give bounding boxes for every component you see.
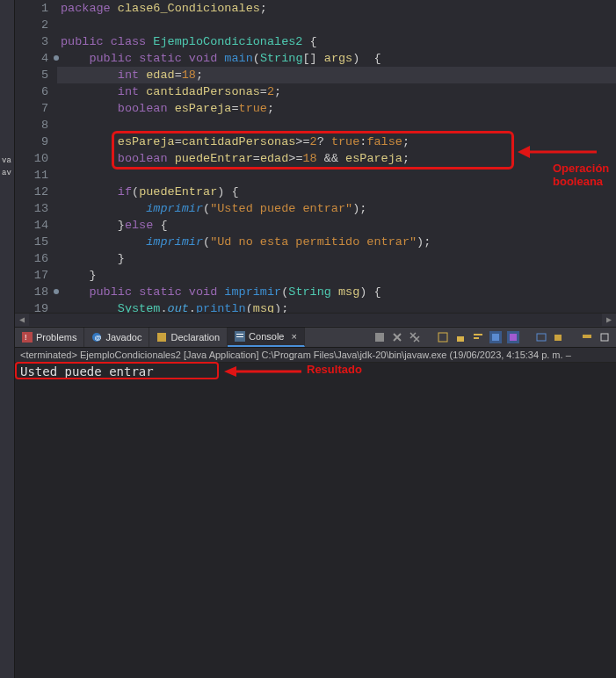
scroll-left-icon[interactable]: ◀ (15, 314, 29, 326)
code-content[interactable]: int cantidadPersonas=2; (57, 83, 281, 100)
code-content[interactable]: imprimir("Ud no esta permitido entrar"); (57, 234, 431, 250)
javadoc-icon: @ (91, 332, 102, 343)
scroll-track[interactable] (29, 314, 602, 326)
arrow-boolean-op (518, 144, 598, 163)
horizontal-scrollbar[interactable]: ◀ ▶ (15, 313, 616, 327)
code-content[interactable]: }else { (57, 217, 168, 234)
console-icon (235, 331, 245, 342)
code-line[interactable]: 17 } (15, 267, 616, 284)
code-line[interactable]: 15 imprimir("Ud no esta permitido entrar… (15, 234, 616, 250)
code-editor[interactable]: 1package clase6_Condicionales;23public c… (15, 0, 616, 313)
code-content[interactable]: imprimir("Usted puede entrar"); (57, 200, 366, 217)
code-line[interactable]: 14 }else { (15, 217, 616, 234)
code-line[interactable]: 13 imprimir("Usted puede entrar"); (15, 200, 616, 217)
code-line[interactable]: 5 int edad=18; (15, 67, 616, 83)
left-sliver: va av (0, 0, 15, 678)
console-status-line: <terminated> EjemploCondicionales2 [Java… (15, 348, 616, 363)
code-line[interactable]: 4 public static void main(String[] args)… (15, 50, 616, 67)
tab-javadoc[interactable]: @ Javadoc (84, 328, 149, 347)
code-line[interactable]: 6 int cantidadPersonas=2; (15, 83, 616, 100)
clear-console-icon[interactable] (437, 331, 449, 343)
code-content[interactable]: boolean puedeEntrar=edad>=18 && esPareja… (57, 150, 409, 167)
code-content[interactable]: } (57, 250, 125, 267)
scroll-lock-icon[interactable] (454, 331, 467, 343)
scroll-right-icon[interactable]: ▶ (602, 314, 616, 326)
svg-rect-12 (457, 336, 464, 342)
code-content[interactable]: public static void imprimir(String msg) … (57, 284, 381, 300)
svg-rect-20 (601, 334, 608, 341)
code-content[interactable] (57, 167, 61, 184)
code-line[interactable]: 3public class EjemploCondicionales2 { (15, 33, 616, 50)
line-number: 11 (15, 167, 57, 184)
code-line[interactable]: 11 (15, 167, 616, 184)
svg-rect-17 (537, 334, 546, 341)
svg-rect-18 (554, 335, 562, 341)
code-content[interactable]: boolean esPareja=true; (57, 100, 274, 117)
svg-rect-15 (492, 334, 499, 341)
svg-text:@: @ (95, 334, 102, 342)
display-console-icon[interactable] (535, 331, 547, 343)
svg-rect-14 (474, 337, 479, 339)
console-output[interactable]: Usted puede entrar Resultado (15, 363, 616, 679)
tab-problems[interactable]: ! Problems (15, 328, 84, 347)
terminated-label: <terminated> (20, 350, 80, 360)
code-content[interactable]: esPareja=cantidadPersonas>=2? true:false… (57, 133, 409, 150)
code-line[interactable]: 8 (15, 117, 616, 133)
svg-marker-22 (224, 366, 236, 377)
code-line[interactable]: 18 public static void imprimir(String ms… (15, 284, 616, 300)
code-content[interactable]: public static void main(String[] args) { (57, 50, 381, 67)
arrow-result (224, 364, 303, 379)
terminate-icon[interactable] (373, 331, 386, 343)
code-line[interactable]: 12 if(puedeEntrar) { (15, 184, 616, 200)
svg-rect-9 (236, 336, 243, 337)
word-wrap-icon[interactable] (472, 331, 484, 343)
code-content[interactable]: int edad=18; (57, 67, 203, 83)
min-max-icon[interactable] (598, 331, 611, 343)
launch-label: EjemploCondicionales2 [Java Application]… (80, 350, 447, 360)
svg-rect-10 (375, 333, 384, 342)
show-on-stderr-icon[interactable] (507, 331, 519, 343)
views-tab-bar: ! Problems @ Javadoc Declaration Console… (15, 327, 616, 348)
annotation-result: Resultado (307, 363, 362, 376)
line-number: 14 (15, 217, 57, 234)
remove-all-icon[interactable] (409, 331, 421, 343)
tab-console[interactable]: Console × (228, 328, 305, 347)
code-content[interactable]: } (57, 267, 97, 284)
line-number: 9 (15, 133, 57, 150)
svg-rect-2 (22, 332, 33, 343)
line-number: 2 (15, 17, 57, 33)
show-on-stdout-icon[interactable] (489, 331, 502, 343)
line-number: 17 (15, 267, 57, 284)
code-line[interactable]: 7 boolean esPareja=true; (15, 100, 616, 117)
remove-launch-icon[interactable] (391, 331, 403, 343)
tab-close-icon[interactable]: × (291, 331, 296, 342)
line-number: 8 (15, 117, 57, 133)
launch-time: (19/06/2023, 4:15:34 p. m. – (446, 350, 570, 360)
line-number: 4 (15, 50, 57, 67)
line-number: 12 (15, 184, 57, 200)
tab-declaration[interactable]: Declaration (149, 328, 228, 347)
code-content[interactable]: package clase6_Condicionales; (57, 0, 267, 17)
line-number: 19 (15, 300, 57, 313)
line-number: 1 (15, 0, 57, 17)
annotation-boolean-op: Operación booleana (553, 162, 609, 188)
problems-icon: ! (22, 332, 33, 343)
code-content[interactable]: public class EjemploCondicionales2 { (57, 33, 317, 50)
svg-text:!: ! (25, 333, 27, 342)
code-line[interactable]: 19 System.out.println(msg); (15, 300, 616, 313)
pin-console-icon[interactable] (581, 331, 593, 343)
code-line[interactable]: 2 (15, 17, 616, 33)
code-content[interactable]: if(puedeEntrar) { (57, 184, 239, 200)
code-content[interactable]: System.out.println(msg); (57, 300, 288, 313)
open-console-icon[interactable] (553, 331, 565, 343)
code-line[interactable]: 16 } (15, 250, 616, 267)
code-line[interactable]: 1package clase6_Condicionales; (15, 0, 616, 17)
tab-label: Declaration (170, 332, 220, 343)
svg-rect-16 (510, 334, 517, 341)
svg-marker-1 (518, 146, 530, 158)
code-content[interactable] (57, 117, 61, 133)
svg-rect-13 (474, 334, 482, 335)
line-number: 16 (15, 250, 57, 267)
code-content[interactable] (57, 17, 61, 33)
svg-rect-19 (583, 335, 591, 338)
